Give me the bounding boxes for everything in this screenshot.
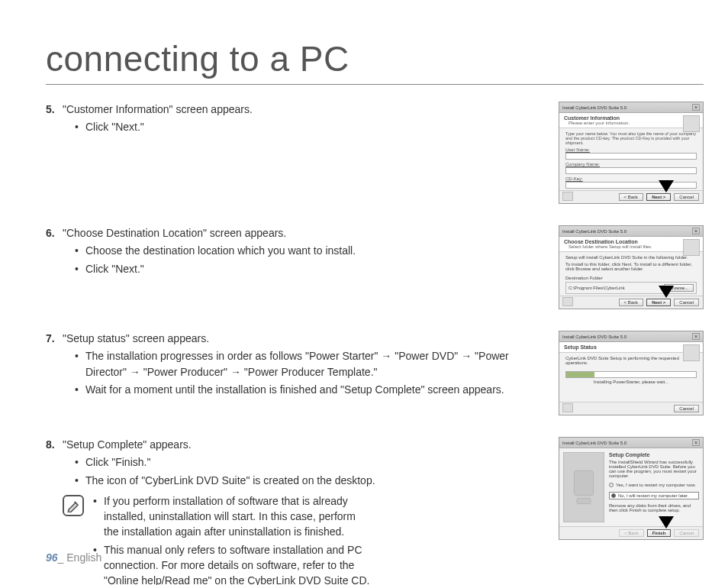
step-7-bullet-1: The installation progresses in order as … (75, 348, 548, 380)
screenshot-setup-status: Install CyberLink DVD Suite 5.0× Setup S… (559, 331, 704, 415)
installer-title: Install CyberLink DVD Suite 5.0 (562, 441, 627, 445)
installer-logo-icon (683, 115, 700, 132)
shot5-username-label: User Name: (565, 147, 697, 152)
step-5: 5. "Customer Information" screen appears… (46, 102, 548, 137)
step-8-bullet-2: The icon of "CyberLink DVD Suite" is cre… (75, 473, 548, 488)
close-icon: × (692, 333, 700, 340)
note-2: This manual only refers to software inst… (93, 542, 372, 585)
page-title: connecting to a PC (46, 38, 704, 85)
step-7-head: "Setup status" screen appears. (63, 331, 548, 346)
svg-rect-0 (574, 470, 593, 495)
step-7-number: 7. (46, 331, 63, 399)
shot5-company-label: Company Name: (565, 162, 697, 166)
step-8-number: 8. (46, 437, 63, 490)
finish-button[interactable]: Finish (647, 529, 672, 537)
radio-restart-later-label: No, I will restart my computer later. (618, 493, 688, 498)
next-button[interactable]: Next > (646, 299, 671, 306)
shot5-company-input[interactable] (565, 167, 697, 174)
step-6-number: 6. (46, 225, 63, 279)
radio-restart-now[interactable]: Yes, I want to restart my computer now. (609, 483, 699, 487)
shot7-l2: Installing PowerStarter, please wait... (565, 380, 697, 384)
radio-restart-later[interactable]: No, I will restart my computer later. (609, 492, 699, 499)
screenshot-setup-complete: Install CyberLink DVD Suite 5.0× Setup C… (559, 437, 704, 540)
next-button[interactable]: Next > (646, 193, 671, 201)
page-language: _ English (58, 551, 102, 564)
back-button: < Back (619, 529, 644, 537)
pointer-arrow-icon (659, 286, 674, 298)
step-5-bullet-1: Click "Next." (75, 119, 548, 134)
installer-brand-icon (562, 192, 573, 201)
shot6-dest-path: C:\Program Files\CyberLink (569, 286, 625, 290)
setup-complete-art-icon (563, 452, 604, 522)
page-footer: 96_ English (46, 551, 101, 564)
shot6-h2: Select folder where Setup will install f… (564, 244, 698, 249)
pointer-arrow-icon (659, 516, 674, 528)
installer-brand-icon (562, 403, 573, 412)
cancel-button: Cancel (674, 529, 699, 537)
installer-title: Install CyberLink DVD Suite 5.0 (562, 335, 627, 339)
close-icon: × (692, 104, 700, 111)
shot5-h2: Please enter your information. (564, 121, 698, 125)
installer-title: Install CyberLink DVD Suite 5.0 (562, 105, 627, 110)
screenshot-customer-info: Install CyberLink DVD Suite 5.0× Custome… (559, 102, 704, 204)
shot6-l2: To install to this folder, click Next. T… (565, 262, 697, 271)
note-1: If you perform installation of software … (93, 493, 372, 540)
cancel-button[interactable]: Cancel (674, 299, 699, 306)
close-icon: × (692, 439, 700, 446)
screenshot-destination: Install CyberLink DVD Suite 5.0× Choose … (559, 225, 704, 309)
shot5-h1: Customer Information (564, 115, 698, 121)
cancel-button[interactable]: Cancel (674, 193, 699, 201)
installer-logo-icon (683, 344, 700, 361)
shot5-username-input[interactable] (565, 153, 697, 160)
pointer-arrow-icon (659, 180, 674, 192)
installer-title: Install CyberLink DVD Suite 5.0 (562, 229, 627, 234)
step-6: 6. "Choose Destination Location" screen … (46, 225, 548, 279)
shot8-l1: The InstallShield Wizard has successfull… (609, 460, 699, 478)
cancel-button[interactable]: Cancel (674, 405, 699, 412)
note-icon (63, 495, 84, 516)
installer-brand-icon (562, 297, 573, 306)
shot5-cdkey-label: CD-Key: (565, 176, 697, 181)
step-8-bullet-1: Click "Finish." (75, 454, 548, 470)
step-6-head: "Choose Destination Location" screen app… (63, 225, 548, 241)
shot6-h1: Choose Destination Location (564, 239, 698, 244)
step-6-bullet-2: Click "Next." (75, 261, 548, 276)
close-icon: × (692, 228, 700, 234)
shot8-title: Setup Complete (609, 452, 699, 457)
shot6-l1: Setup will install CyberLink DVD Suite i… (565, 255, 697, 260)
shot7-h1: Setup Status (564, 344, 698, 350)
shot5-cdkey-input[interactable] (565, 182, 697, 189)
shot6-dest-label: Destination Folder (565, 276, 697, 280)
back-button[interactable]: < Back (619, 193, 644, 201)
shot7-l1: CyberLink DVD Suite Setup is performing … (565, 356, 697, 365)
step-5-head: "Customer Information" screen appears. (63, 102, 548, 117)
step-6-bullet-1: Choose the destination location which yo… (75, 243, 548, 258)
step-8: 8. "Setup Complete" appears. Click "Fini… (46, 437, 548, 490)
radio-restart-now-label: Yes, I want to restart my computer now. (616, 483, 696, 487)
progress-bar (565, 371, 697, 378)
page-number: 96 (46, 551, 58, 564)
step-5-number: 5. (46, 102, 63, 137)
step-8-head: "Setup Complete" appears. (63, 437, 548, 452)
step-7: 7. "Setup status" screen appears. The in… (46, 331, 548, 399)
back-button[interactable]: < Back (619, 299, 644, 306)
step-7-bullet-2: Wait for a moment until the installation… (75, 382, 548, 397)
shot8-l2: Remove any disks from their drives, and … (609, 503, 699, 512)
svg-rect-1 (577, 498, 591, 503)
shot5-desc: Type your name below. You must also type… (565, 131, 697, 145)
installer-logo-icon (683, 239, 700, 256)
